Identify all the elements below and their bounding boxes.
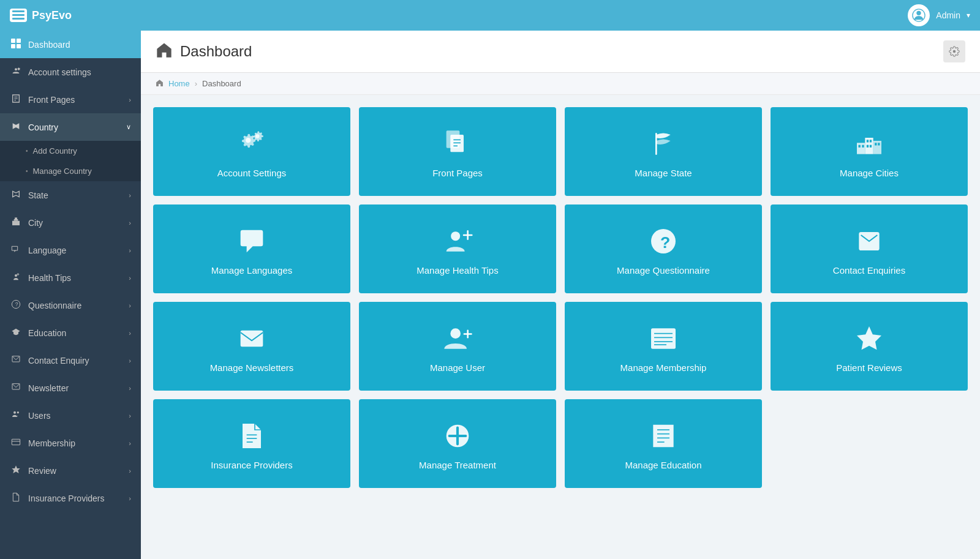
card-label-manage-state: Manage State: [635, 168, 692, 178]
card-label-manage-education: Manage Education: [625, 460, 701, 470]
dashboard-grid: Account Settings Front Pages: [141, 95, 980, 500]
card-manage-health-tips[interactable]: Manage Health Tips: [359, 204, 556, 293]
sidebar-item-questionnaire[interactable]: ? Questionnaire ›: [0, 291, 141, 319]
svg-rect-38: [873, 141, 881, 154]
card-manage-treatment[interactable]: Manage Treatment: [359, 399, 556, 488]
settings-button[interactable]: [943, 40, 965, 62]
svg-rect-1: [12, 14, 24, 16]
card-icon-manage-languages: [236, 226, 267, 257]
svg-text:?: ?: [660, 233, 670, 252]
sidebar-contact-label: Contact Enquiry: [28, 356, 123, 366]
admin-dropdown-arrow[interactable]: ▾: [967, 11, 970, 20]
card-manage-cities[interactable]: Manage Cities: [771, 107, 968, 196]
users-icon: [10, 410, 22, 421]
sidebar-state-label: State: [28, 190, 123, 200]
breadcrumb-home-link[interactable]: Home: [168, 79, 190, 88]
brand[interactable]: PsyEvo: [10, 9, 72, 22]
language-icon: [10, 244, 22, 256]
svg-rect-5: [11, 39, 15, 43]
navbar-right: Admin ▾: [908, 4, 970, 26]
sidebar-item-education[interactable]: Education ›: [0, 319, 141, 347]
contact-enquiry-icon: [10, 355, 22, 366]
sidebar-item-newsletter[interactable]: Newsletter ›: [0, 374, 141, 402]
card-insurance-providers[interactable]: Insurance Providers: [153, 399, 350, 488]
svg-marker-27: [12, 465, 20, 473]
card-front-pages[interactable]: Front Pages: [359, 107, 556, 196]
card-patient-reviews[interactable]: Patient Reviews: [771, 302, 968, 391]
card-label-manage-health-tips: Manage Health Tips: [417, 265, 498, 276]
card-manage-languages[interactable]: Manage Languages: [153, 204, 350, 293]
sidebar-education-label: Education: [28, 328, 123, 338]
sidebar-item-users[interactable]: Users ›: [0, 402, 141, 429]
svg-rect-41: [867, 140, 869, 142]
questionnaire-icon: ?: [10, 299, 22, 311]
svg-rect-45: [875, 143, 876, 145]
card-account-settings[interactable]: Account Settings: [153, 107, 350, 196]
front-pages-icon: [10, 94, 22, 105]
sidebar-sub-add-country[interactable]: Add Country: [0, 141, 141, 161]
newsletter-icon: [10, 382, 22, 394]
sidebar-front-pages-label: Front Pages: [28, 95, 123, 105]
card-label-manage-newsletters: Manage Newsletters: [210, 362, 294, 373]
sidebar-item-front-pages[interactable]: Front Pages ›: [0, 86, 141, 113]
card-manage-education[interactable]: Manage Education: [565, 399, 762, 488]
sidebar-item-insurance[interactable]: Insurance Providers ›: [0, 484, 141, 512]
svg-rect-13: [12, 221, 20, 225]
sidebar-item-language[interactable]: Language ›: [0, 236, 141, 264]
card-label-manage-treatment: Manage Treatment: [419, 460, 496, 470]
sidebar-sub-manage-country[interactable]: Manage Country: [0, 161, 141, 181]
svg-point-9: [15, 68, 17, 70]
sidebar-item-country[interactable]: Country ∨: [0, 113, 141, 141]
sidebar-item-city[interactable]: City ›: [0, 209, 141, 236]
svg-rect-8: [17, 44, 21, 48]
svg-rect-7: [11, 44, 15, 48]
svg-rect-46: [878, 143, 880, 145]
svg-rect-2: [12, 18, 24, 20]
page-title: Dashboard: [180, 43, 252, 60]
svg-rect-43: [867, 145, 869, 148]
health-tips-arrow: ›: [129, 274, 131, 282]
card-manage-newsletters[interactable]: Manage Newsletters: [153, 302, 350, 391]
card-manage-state[interactable]: Manage State: [565, 107, 762, 196]
sidebar-health-tips-label: Health Tips: [28, 273, 123, 283]
svg-rect-36: [857, 143, 865, 154]
card-icon-insurance-providers: [236, 421, 267, 451]
admin-avatar: [908, 4, 930, 26]
card-label-manage-membership: Manage Membership: [620, 362, 707, 373]
card-icon-manage-newsletters: [236, 323, 267, 354]
sidebar-item-review[interactable]: Review ›: [0, 457, 141, 484]
card-label-insurance-providers: Insurance Providers: [211, 460, 292, 470]
contact-arrow: ›: [129, 357, 131, 364]
svg-marker-62: [857, 326, 881, 350]
breadcrumb-home-icon: [156, 79, 164, 88]
sidebar-membership-label: Membership: [28, 438, 123, 448]
sidebar-item-state[interactable]: State ›: [0, 181, 141, 209]
svg-text:?: ?: [15, 301, 18, 307]
sidebar-item-contact-enquiry[interactable]: Contact Enquiry ›: [0, 347, 141, 374]
sidebar-item-account-settings[interactable]: Account settings: [0, 58, 141, 86]
card-manage-questionnaire[interactable]: ? Manage Questionnaire: [565, 204, 762, 293]
front-pages-arrow: ›: [129, 96, 131, 103]
card-contact-enquiries[interactable]: Contact Enquiries: [771, 204, 968, 293]
sidebar-item-dashboard[interactable]: Dashboard: [0, 31, 141, 58]
sidebar-review-label: Review: [28, 466, 123, 476]
card-manage-user[interactable]: Manage User: [359, 302, 556, 391]
svg-rect-42: [870, 140, 872, 142]
sidebar-item-health-tips[interactable]: Health Tips ›: [0, 264, 141, 291]
card-icon-account-settings: [236, 129, 267, 159]
svg-point-3: [917, 11, 921, 15]
review-arrow: ›: [129, 467, 131, 475]
education-arrow: ›: [129, 329, 131, 337]
svg-point-23: [13, 411, 16, 414]
review-icon: [10, 465, 22, 476]
card-icon-manage-state: [648, 129, 679, 159]
svg-rect-44: [870, 145, 872, 148]
sidebar-item-membership[interactable]: Membership ›: [0, 429, 141, 457]
account-settings-icon: [10, 66, 22, 78]
sidebar: Dashboard Account settings Front Pages ›…: [0, 31, 141, 559]
card-manage-membership[interactable]: Manage Membership: [565, 302, 762, 391]
city-icon: [10, 217, 22, 228]
state-icon: [10, 189, 22, 201]
card-icon-manage-education: [648, 421, 679, 451]
card-label-patient-reviews: Patient Reviews: [836, 362, 902, 373]
